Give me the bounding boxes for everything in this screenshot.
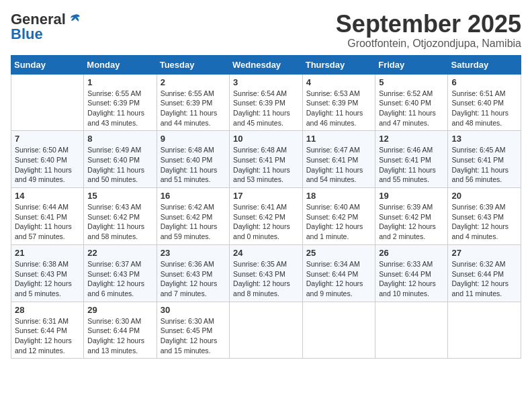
day-info: Sunrise: 6:35 AMSunset: 6:43 PMDaylight:… xyxy=(233,259,299,299)
day-number: 28 xyxy=(15,305,80,315)
day-info: Sunrise: 6:30 AMSunset: 6:45 PMDaylight:… xyxy=(161,316,226,356)
day-info: Sunrise: 6:40 AMSunset: 6:42 PMDaylight:… xyxy=(306,202,371,242)
day-info: Sunrise: 6:55 AMSunset: 6:39 PMDaylight:… xyxy=(87,89,152,128)
day-number: 7 xyxy=(15,134,80,144)
calendar-cell xyxy=(230,302,303,359)
weekday-header-monday: Monday xyxy=(84,55,157,74)
calendar-cell: 18Sunrise: 6:40 AMSunset: 6:42 PMDayligh… xyxy=(302,188,375,245)
calendar-cell: 24Sunrise: 6:35 AMSunset: 6:43 PMDayligh… xyxy=(230,244,303,302)
day-number: 24 xyxy=(233,248,299,258)
calendar-cell: 6Sunrise: 6:51 AMSunset: 6:40 PMDaylight… xyxy=(448,74,521,131)
day-info: Sunrise: 6:52 AMSunset: 6:40 PMDaylight:… xyxy=(379,89,444,128)
calendar-cell xyxy=(448,302,521,359)
logo: General Blue xyxy=(11,11,82,43)
day-number: 13 xyxy=(451,134,517,144)
calendar-cell: 27Sunrise: 6:32 AMSunset: 6:44 PMDayligh… xyxy=(448,244,521,302)
day-number: 15 xyxy=(87,191,152,201)
day-info: Sunrise: 6:48 AMSunset: 6:40 PMDaylight:… xyxy=(161,145,226,185)
location-title: Grootfontein, Otjozondjupa, Namibia xyxy=(336,38,521,50)
calendar-week-row: 7Sunrise: 6:50 AMSunset: 6:40 PMDaylight… xyxy=(11,131,521,188)
title-block: September 2025 Grootfontein, Otjozondjup… xyxy=(336,11,521,50)
day-info: Sunrise: 6:31 AMSunset: 6:44 PMDaylight:… xyxy=(15,316,80,356)
calendar-week-row: 21Sunrise: 6:38 AMSunset: 6:43 PMDayligh… xyxy=(11,244,521,302)
calendar-cell: 4Sunrise: 6:53 AMSunset: 6:39 PMDaylight… xyxy=(302,74,375,131)
day-number: 14 xyxy=(15,191,80,201)
calendar-cell: 8Sunrise: 6:49 AMSunset: 6:40 PMDaylight… xyxy=(84,131,157,188)
day-number: 22 xyxy=(87,248,152,258)
day-info: Sunrise: 6:34 AMSunset: 6:44 PMDaylight:… xyxy=(306,259,371,299)
day-info: Sunrise: 6:36 AMSunset: 6:43 PMDaylight:… xyxy=(161,259,226,299)
day-number: 9 xyxy=(161,134,226,144)
day-info: Sunrise: 6:44 AMSunset: 6:41 PMDaylight:… xyxy=(15,202,80,242)
day-number: 4 xyxy=(306,77,371,87)
calendar-cell: 21Sunrise: 6:38 AMSunset: 6:43 PMDayligh… xyxy=(11,244,84,302)
calendar-cell: 22Sunrise: 6:37 AMSunset: 6:43 PMDayligh… xyxy=(84,244,157,302)
calendar-cell: 2Sunrise: 6:55 AMSunset: 6:39 PMDaylight… xyxy=(157,74,229,131)
calendar-cell: 28Sunrise: 6:31 AMSunset: 6:44 PMDayligh… xyxy=(11,302,84,359)
day-info: Sunrise: 6:53 AMSunset: 6:39 PMDaylight:… xyxy=(306,89,371,128)
day-info: Sunrise: 6:46 AMSunset: 6:41 PMDaylight:… xyxy=(379,145,444,185)
day-number: 30 xyxy=(161,305,226,315)
day-number: 18 xyxy=(306,191,371,201)
day-info: Sunrise: 6:32 AMSunset: 6:44 PMDaylight:… xyxy=(451,259,517,299)
day-number: 23 xyxy=(161,248,226,258)
calendar-week-row: 1Sunrise: 6:55 AMSunset: 6:39 PMDaylight… xyxy=(11,74,521,131)
logo-bird-icon xyxy=(67,12,82,27)
day-number: 19 xyxy=(379,191,444,201)
calendar-cell: 1Sunrise: 6:55 AMSunset: 6:39 PMDaylight… xyxy=(84,74,157,131)
calendar-cell: 7Sunrise: 6:50 AMSunset: 6:40 PMDaylight… xyxy=(11,131,84,188)
day-number: 21 xyxy=(15,248,80,258)
calendar-cell xyxy=(302,302,375,359)
month-title: September 2025 xyxy=(336,11,521,38)
day-number: 8 xyxy=(87,134,152,144)
calendar-cell: 3Sunrise: 6:54 AMSunset: 6:39 PMDaylight… xyxy=(230,74,303,131)
calendar-week-row: 28Sunrise: 6:31 AMSunset: 6:44 PMDayligh… xyxy=(11,302,521,359)
calendar-cell: 25Sunrise: 6:34 AMSunset: 6:44 PMDayligh… xyxy=(302,244,375,302)
day-number: 11 xyxy=(306,134,371,144)
calendar-cell: 15Sunrise: 6:43 AMSunset: 6:42 PMDayligh… xyxy=(84,188,157,245)
day-info: Sunrise: 6:39 AMSunset: 6:43 PMDaylight:… xyxy=(451,202,517,242)
day-number: 3 xyxy=(233,77,299,87)
calendar-cell: 11Sunrise: 6:47 AMSunset: 6:41 PMDayligh… xyxy=(302,131,375,188)
day-info: Sunrise: 6:41 AMSunset: 6:42 PMDaylight:… xyxy=(233,202,299,242)
weekday-header-thursday: Thursday xyxy=(302,55,375,74)
weekday-header-tuesday: Tuesday xyxy=(157,55,229,74)
day-info: Sunrise: 6:50 AMSunset: 6:40 PMDaylight:… xyxy=(15,145,80,185)
day-number: 25 xyxy=(306,248,371,258)
calendar-cell: 5Sunrise: 6:52 AMSunset: 6:40 PMDaylight… xyxy=(375,74,448,131)
day-info: Sunrise: 6:47 AMSunset: 6:41 PMDaylight:… xyxy=(306,145,371,185)
weekday-header-friday: Friday xyxy=(375,55,448,74)
calendar-header-row: SundayMondayTuesdayWednesdayThursdayFrid… xyxy=(11,55,521,74)
day-info: Sunrise: 6:49 AMSunset: 6:40 PMDaylight:… xyxy=(87,145,152,185)
day-info: Sunrise: 6:42 AMSunset: 6:42 PMDaylight:… xyxy=(161,202,226,242)
calendar-cell: 30Sunrise: 6:30 AMSunset: 6:45 PMDayligh… xyxy=(157,302,229,359)
weekday-header-sunday: Sunday xyxy=(11,55,84,74)
calendar-week-row: 14Sunrise: 6:44 AMSunset: 6:41 PMDayligh… xyxy=(11,188,521,245)
day-number: 6 xyxy=(451,77,517,87)
day-number: 1 xyxy=(87,77,152,87)
day-info: Sunrise: 6:45 AMSunset: 6:41 PMDaylight:… xyxy=(451,145,517,185)
calendar-cell: 9Sunrise: 6:48 AMSunset: 6:40 PMDaylight… xyxy=(157,131,229,188)
logo-blue: Blue xyxy=(11,26,43,43)
calendar-table: SundayMondayTuesdayWednesdayThursdayFrid… xyxy=(11,55,521,359)
calendar-cell xyxy=(375,302,448,359)
day-info: Sunrise: 6:43 AMSunset: 6:42 PMDaylight:… xyxy=(87,202,152,242)
calendar-cell: 19Sunrise: 6:39 AMSunset: 6:42 PMDayligh… xyxy=(375,188,448,245)
day-info: Sunrise: 6:48 AMSunset: 6:41 PMDaylight:… xyxy=(233,145,299,185)
day-number: 27 xyxy=(451,248,517,258)
calendar-cell xyxy=(11,74,84,131)
day-number: 29 xyxy=(87,305,152,315)
day-info: Sunrise: 6:54 AMSunset: 6:39 PMDaylight:… xyxy=(233,89,299,128)
weekday-header-wednesday: Wednesday xyxy=(230,55,303,74)
day-number: 17 xyxy=(233,191,299,201)
day-number: 2 xyxy=(161,77,226,87)
calendar-body: 1Sunrise: 6:55 AMSunset: 6:39 PMDaylight… xyxy=(11,74,521,359)
day-info: Sunrise: 6:51 AMSunset: 6:40 PMDaylight:… xyxy=(451,89,517,128)
day-info: Sunrise: 6:30 AMSunset: 6:44 PMDaylight:… xyxy=(87,316,152,356)
calendar-cell: 29Sunrise: 6:30 AMSunset: 6:44 PMDayligh… xyxy=(84,302,157,359)
page-header: General Blue September 2025 Grootfontein… xyxy=(11,11,521,50)
calendar-cell: 13Sunrise: 6:45 AMSunset: 6:41 PMDayligh… xyxy=(448,131,521,188)
calendar-cell: 16Sunrise: 6:42 AMSunset: 6:42 PMDayligh… xyxy=(157,188,229,245)
day-info: Sunrise: 6:38 AMSunset: 6:43 PMDaylight:… xyxy=(15,259,80,299)
day-number: 16 xyxy=(161,191,226,201)
